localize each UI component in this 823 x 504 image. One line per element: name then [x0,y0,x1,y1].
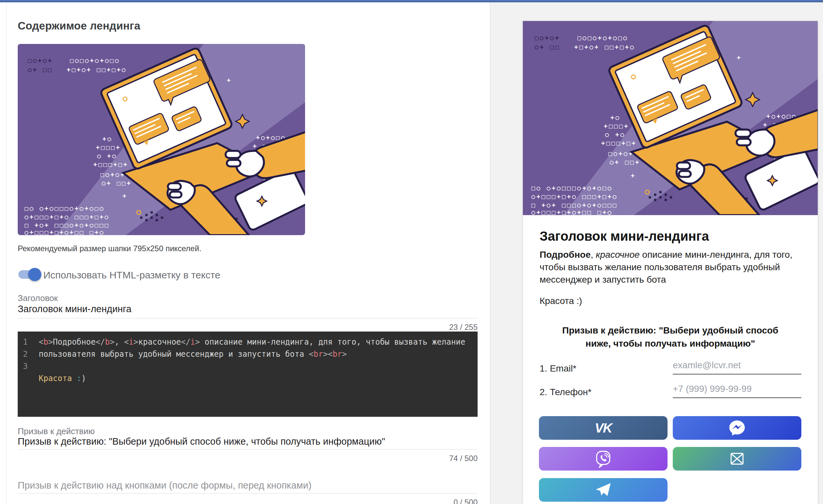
top-accent-bar [0,0,823,2]
preview-beauty-line: Красота :) [539,296,582,306]
code-line: 3 [23,360,478,372]
viber-icon [594,449,613,468]
preview-description: Подробное, красочное описание мини-ленди… [539,248,815,286]
toggle-knob [28,268,41,281]
telegram-icon [594,480,613,499]
html-markup-toggle[interactable] [18,270,39,279]
title-field-label: Заголовок [18,293,58,303]
vk-icon: VK [595,422,612,435]
left-gutter-divider [6,2,7,504]
cta-input-underline [18,449,478,450]
page-title: Содержимое лендинга [18,20,140,32]
viber-button[interactable] [539,447,668,471]
panel-divider [490,2,490,504]
cta-above-buttons-input[interactable] [18,480,478,491]
email-button[interactable] [673,447,801,471]
messenger-icon [727,418,747,438]
description-code-editor[interactable]: 1<b>Подробное</b>, <i>красочное</i> опис… [18,332,478,417]
landing-preview-card: Заголовок мини-лендинга Подробное, красо… [523,21,818,504]
email-icon [727,449,747,468]
phone-field-label: 2. Телефон* [539,387,592,397]
landing-header-image[interactable] [18,44,305,235]
robot-illustration [18,44,305,235]
image-size-caption: Рекомендуемый размер шапки 795x250 пиксе… [18,244,201,253]
email-field-label: 1. Email* [539,363,576,374]
robot-illustration [523,21,818,215]
code-line: 2пользователя выбрать удобный мессенджер… [23,348,478,360]
cta-input[interactable] [18,436,478,447]
preview-heading: Заголовок мини-лендинга [539,229,709,243]
preview-header-image [523,21,818,215]
email-input[interactable] [673,360,801,374]
cta-above-buttons-underline [18,493,478,494]
cta-char-counter: 74 / 500 [18,454,478,463]
preview-cta-text: Призыв к действию: "Выбери удобный спосо… [523,324,818,350]
title-input[interactable] [18,304,478,315]
telegram-button[interactable] [539,478,668,502]
code-line: 1<b>Подробное</b>, <i>красочное</i> опис… [23,336,478,348]
messenger-button[interactable] [673,416,801,440]
title-input-underline [18,318,478,318]
title-char-counter: 23 / 255 [18,323,478,332]
app-window: Содержимое лендинга Рекомендуемый размер… [0,0,823,504]
vk-button[interactable]: VK [539,416,668,440]
cta-field-label: Призыв к действию [18,426,95,437]
phone-input[interactable] [673,384,801,398]
html-markup-toggle-label: Использовать HTML-разметку в тексте [43,270,220,281]
cta-above-buttons-counter: 0 / 500 [18,498,478,504]
code-line: Красота :) [23,372,478,385]
